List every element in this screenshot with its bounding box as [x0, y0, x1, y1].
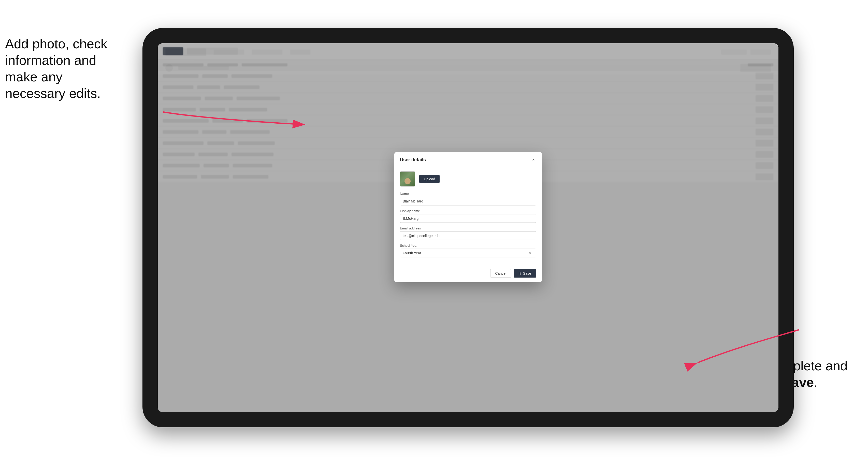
modal-overlay: User details × Upload [158, 43, 778, 412]
modal-footer: Cancel ⬆ Save [394, 266, 542, 282]
save-button[interactable]: ⬆ Save [514, 269, 536, 278]
user-photo-image [400, 172, 415, 186]
save-icon: ⬆ [519, 271, 522, 275]
chevron-down-icon[interactable]: ⌃ [532, 252, 535, 255]
school-year-select-wrapper: × ⌃ [400, 249, 536, 257]
display-name-field-group: Display name [400, 209, 536, 223]
name-input[interactable] [400, 197, 536, 206]
save-label: Save [523, 271, 531, 276]
cancel-button[interactable]: Cancel [490, 269, 511, 278]
name-field-group: Name [400, 192, 536, 206]
select-controls: × ⌃ [529, 251, 535, 255]
tablet-device: User details × Upload [143, 28, 794, 427]
school-year-field-group: School Year × ⌃ [400, 244, 536, 257]
clear-selection-button[interactable]: × [529, 251, 531, 255]
email-input[interactable] [400, 231, 536, 240]
school-year-input[interactable] [400, 249, 536, 257]
display-name-input[interactable] [400, 214, 536, 223]
annotation-left-text: Add photo, checkinformation andmake anyn… [5, 36, 107, 101]
close-button[interactable]: × [531, 157, 536, 162]
tablet-screen: User details × Upload [158, 43, 778, 412]
email-label: Email address [400, 226, 536, 230]
modal-header: User details × [394, 152, 542, 166]
email-field-group: Email address [400, 226, 536, 240]
display-name-label: Display name [400, 209, 536, 213]
photo-section: Upload [400, 172, 536, 187]
user-details-modal: User details × Upload [394, 152, 542, 282]
modal-title: User details [400, 157, 426, 162]
annotation-left: Add photo, checkinformation andmake anyn… [5, 36, 132, 102]
name-label: Name [400, 192, 536, 196]
user-photo-thumbnail [400, 172, 415, 187]
close-icon: × [532, 157, 534, 162]
school-year-label: School Year [400, 244, 536, 248]
modal-body: Upload Name Display name Email addre [394, 166, 542, 266]
upload-photo-button[interactable]: Upload [419, 175, 440, 183]
